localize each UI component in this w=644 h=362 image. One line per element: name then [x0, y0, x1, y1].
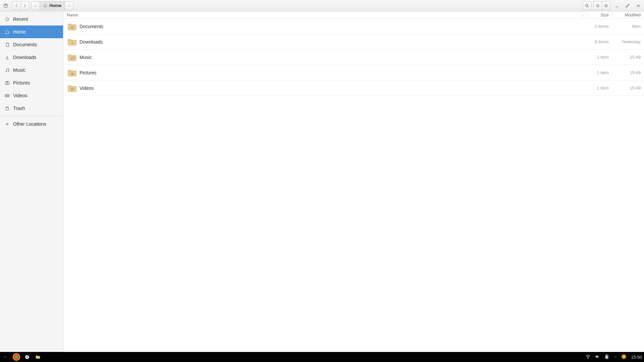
svg-point-6: [598, 4, 599, 5]
view-grid-button[interactable]: [593, 1, 602, 10]
svg-line-57: [626, 358, 626, 359]
file-size-cell: 1 item: [587, 85, 612, 90]
svg-rect-28: [6, 81, 8, 82]
svg-point-25: [8, 70, 9, 71]
home-icon: [43, 4, 47, 8]
sidebar-item-other-locations[interactable]: Other Locations: [0, 118, 63, 130]
taskbar-clock[interactable]: 15:50: [631, 355, 642, 360]
file-row[interactable]: Pictures1 item15:49: [63, 65, 644, 80]
taskbar-volume-icon[interactable]: [595, 354, 600, 360]
sidebar-item-documents[interactable]: Documents: [0, 38, 63, 51]
minimize-button[interactable]: [612, 1, 621, 10]
trash-icon: [5, 106, 10, 111]
sidebar-item-trash[interactable]: Trash: [0, 102, 63, 115]
file-row[interactable]: Music1 item15:49: [63, 50, 644, 65]
svg-point-8: [597, 5, 598, 6]
disk-icon[interactable]: [1, 1, 10, 10]
search-button[interactable]: [583, 1, 591, 10]
video-icon: [5, 93, 10, 98]
column-headers: Name Size Modified: [63, 11, 644, 19]
forward-button[interactable]: [20, 1, 29, 10]
file-name-cell: Music: [63, 53, 587, 61]
file-size-cell: 0 items: [587, 24, 612, 29]
path-bar: Home: [31, 1, 73, 10]
column-modified[interactable]: Modified: [612, 11, 644, 18]
sidebar-item-label: Documents: [13, 42, 37, 47]
taskbar-chevron-down-icon[interactable]: [613, 355, 617, 360]
taskbar-logo-icon[interactable]: [2, 353, 9, 361]
svg-rect-0: [4, 4, 7, 7]
file-list-pane: Name Size Modified Documents0 itemsMon D…: [63, 11, 644, 352]
svg-line-56: [622, 355, 623, 355]
svg-line-58: [622, 358, 623, 359]
column-size[interactable]: Size: [587, 11, 612, 18]
hamburger-menu-button[interactable]: [602, 1, 610, 10]
file-row[interactable]: Documents0 itemsMon: [63, 19, 644, 34]
svg-point-10: [596, 6, 597, 7]
minimize-icon: [614, 3, 619, 8]
sidebar-item-downloads[interactable]: Downloads: [0, 51, 63, 64]
desktop-taskbar: 15:50: [0, 352, 644, 362]
close-button[interactable]: [634, 1, 643, 10]
svg-rect-29: [5, 94, 9, 97]
column-name[interactable]: Name: [67, 13, 587, 17]
sidebar-item-label: Recent: [13, 16, 28, 22]
svg-rect-1: [5, 4, 6, 5]
home-icon: [5, 29, 10, 35]
file-name-label: Music: [79, 55, 92, 60]
folder-icon: [67, 38, 77, 46]
sidebar-item-label: Music: [13, 67, 25, 73]
file-name-label: Videos: [79, 85, 94, 91]
places-sidebar: Recent Home Documents Downloads Music Pi…: [0, 11, 63, 352]
file-name-label: Downloads: [79, 39, 103, 45]
back-button[interactable]: [12, 1, 21, 10]
path-next-button[interactable]: [65, 2, 73, 10]
svg-point-4: [596, 4, 597, 5]
clock-icon: [5, 17, 10, 22]
taskbar-app-chrome[interactable]: [23, 353, 31, 361]
camera-icon: [5, 80, 10, 85]
file-name-cell: Documents: [63, 22, 587, 31]
restore-button[interactable]: [623, 1, 632, 10]
file-size-cell: 1 item: [587, 70, 612, 75]
file-name-label: Pictures: [79, 70, 97, 75]
sidebar-item-home[interactable]: Home: [0, 25, 63, 38]
search-icon: [585, 3, 589, 8]
view-and-menu: [593, 1, 610, 10]
sidebar-item-videos[interactable]: Videos: [0, 89, 63, 102]
sidebar-item-recent[interactable]: Recent: [0, 13, 63, 25]
taskbar-settings-icon[interactable]: [621, 354, 627, 361]
sidebar-item-pictures[interactable]: Pictures: [0, 76, 63, 89]
taskbar-battery-icon[interactable]: [604, 354, 609, 360]
svg-point-5: [597, 4, 598, 5]
restore-icon: [625, 3, 630, 8]
svg-point-27: [6, 82, 8, 84]
svg-rect-26: [5, 82, 9, 84]
svg-line-59: [626, 355, 626, 355]
taskbar-app-launcher[interactable]: [13, 353, 20, 361]
file-name-label: Documents: [79, 24, 103, 29]
file-modified-cell: 15:49: [612, 55, 644, 60]
sidebar-item-label: Pictures: [13, 80, 30, 85]
file-row[interactable]: Downloads6 itemsYesterday: [63, 34, 644, 50]
file-size-cell: 6 items: [587, 39, 612, 44]
file-row[interactable]: Videos1 item15:49: [63, 80, 644, 96]
folder-icon: [67, 84, 77, 92]
close-icon: [636, 3, 641, 8]
folder-icon: [67, 69, 77, 77]
taskbar-app-files[interactable]: [34, 353, 42, 361]
document-icon: [5, 42, 10, 47]
nav-back-forward: [12, 1, 29, 10]
svg-point-12: [598, 6, 599, 7]
svg-point-51: [622, 355, 626, 359]
path-prev-button[interactable]: [32, 2, 40, 10]
file-modified-cell: 15:49: [612, 85, 644, 90]
svg-point-7: [596, 5, 597, 6]
svg-point-46: [588, 358, 588, 358]
sidebar-item-music[interactable]: Music: [0, 64, 63, 76]
file-size-cell: 1 item: [587, 55, 612, 60]
file-modified-cell: Mon: [612, 24, 644, 29]
path-segment-home[interactable]: Home: [40, 2, 65, 10]
taskbar-wifi-icon[interactable]: [585, 354, 591, 360]
svg-point-11: [597, 6, 598, 7]
